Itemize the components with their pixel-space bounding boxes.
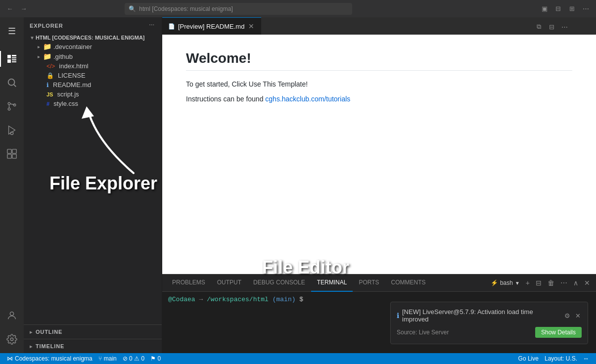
source-control-icon <box>6 101 17 112</box>
readme-label: README.md <box>53 81 91 89</box>
status-branch[interactable]: ⑂ main <box>95 353 120 364</box>
status-warnings[interactable]: ⚑ 0 <box>147 353 164 364</box>
sidebar-header: EXPLORER ⋯ <box>24 17 162 34</box>
explorer-icon <box>6 53 18 65</box>
toggle-sidebar-button[interactable]: ▣ <box>539 3 550 15</box>
license-icon: 🔒 <box>46 72 54 79</box>
timeline-label: TIMELINE <box>36 343 64 349</box>
extensions-icon <box>6 148 17 159</box>
run-debug-activity-icon[interactable] <box>0 118 24 142</box>
svg-point-11 <box>10 312 13 316</box>
index-html-label: index.html <box>59 62 88 70</box>
preview-panel: Welcome! To get started, Click Use This … <box>162 35 596 274</box>
tab-bar: 📄 [Preview] README.md ✕ ⧉ ⊟ ⋯ <box>162 17 596 35</box>
errors-label: ⊘ 0 ⚠ 0 <box>123 355 144 362</box>
problems-label: PROBLEMS <box>172 279 205 286</box>
more-editor-actions-button[interactable]: ⋯ <box>558 21 570 33</box>
tab-ports[interactable]: PORTS <box>353 274 385 292</box>
tab-close-button[interactable]: ✕ <box>247 22 255 30</box>
ports-label: PORTS <box>359 279 379 286</box>
split-editor-button[interactable]: ⧉ <box>533 21 545 33</box>
root-folder[interactable]: ▼ HTML [CODESPACES: MUSICAL ENIGMA] <box>24 34 162 42</box>
sidebar-item-license[interactable]: 🔒 LICENSE <box>24 71 162 80</box>
folder-icon: 📁 <box>43 43 51 50</box>
status-codespaces[interactable]: ⋈ Codespaces: musical enigma <box>4 353 95 364</box>
bash-icon: ⚡ <box>491 279 498 286</box>
close-terminal-button[interactable]: ✕ <box>582 278 592 288</box>
debug-console-label: DEBUG CONSOLE <box>253 279 305 286</box>
notification-close-button[interactable]: ✕ <box>574 311 582 320</box>
terminal-label: TERMINAL <box>317 279 347 286</box>
tab-debug-console[interactable]: DEBUG CONSOLE <box>247 274 311 292</box>
tab-comments[interactable]: COMMENTS <box>385 274 432 292</box>
extensions-activity-icon[interactable] <box>0 142 24 166</box>
svg-point-3 <box>8 108 10 110</box>
svg-rect-7 <box>7 149 11 153</box>
new-terminal-button[interactable]: + <box>524 278 532 288</box>
maximize-terminal-button[interactable]: ∧ <box>571 278 580 288</box>
back-button[interactable]: ← <box>4 3 16 15</box>
new-file-button[interactable]: ⋯ <box>148 21 156 30</box>
file-tree: ▼ HTML [CODESPACES: MUSICAL ENIGMA] ▸ 📁 … <box>24 34 162 324</box>
status-go-live[interactable]: Go Live <box>515 353 542 364</box>
source-control-activity-icon[interactable] <box>0 94 24 118</box>
search-icon <box>6 77 17 88</box>
folder-icon-github: 📁 <box>43 52 51 60</box>
terminal-user: @Codaea <box>168 296 195 303</box>
script-js-label: script.js <box>57 91 79 98</box>
forward-button[interactable]: → <box>18 3 30 15</box>
timeline-header[interactable]: ▸ TIMELINE <box>24 341 162 351</box>
tab-preview-readme[interactable]: 📄 [Preview] README.md ✕ <box>162 17 261 35</box>
tab-problems[interactable]: PROBLEMS <box>166 274 211 292</box>
outline-header[interactable]: ▸ OUTLINE <box>24 327 162 337</box>
account-activity-icon[interactable] <box>0 304 24 327</box>
css-icon: # <box>46 101 49 107</box>
sidebar-item-index-html[interactable]: </> index.html <box>24 61 162 71</box>
sidebar-item-devcontainer[interactable]: ▸ 📁 .devcontainer <box>24 42 162 51</box>
toggle-editor-layout-button[interactable]: ⊟ <box>546 21 557 33</box>
sidebar-item-script-js[interactable]: JS script.js <box>24 90 162 99</box>
menu-activity-icon[interactable]: ☰ <box>0 19 24 43</box>
tab-label: [Preview] README.md <box>178 23 244 30</box>
explorer-activity-icon[interactable] <box>0 47 24 71</box>
preview-heading: Welcome! <box>186 50 572 71</box>
svg-rect-10 <box>12 154 16 158</box>
svg-point-2 <box>8 102 10 105</box>
notification-settings-button[interactable]: ⚙ <box>563 311 571 320</box>
status-feedback[interactable]: ↔ <box>580 353 592 364</box>
more-terminal-button[interactable]: ⋯ <box>558 278 569 288</box>
sidebar-item-github[interactable]: ▸ 📁 .github <box>24 51 162 61</box>
svg-marker-5 <box>9 126 15 135</box>
status-layout[interactable]: Layout: U.S. <box>542 353 580 364</box>
tab-bar-actions: ⧉ ⊟ ⋯ <box>531 19 572 35</box>
toggle-layout-button[interactable]: ⊟ <box>552 3 564 15</box>
preview-link[interactable]: cghs.hackclub.com/tutorials <box>265 95 350 103</box>
search-activity-icon[interactable] <box>0 71 24 94</box>
toggle-panel-button[interactable]: ⊞ <box>566 3 578 15</box>
tab-output[interactable]: OUTPUT <box>211 274 247 292</box>
devcontainer-label: .devcontainer <box>53 43 92 50</box>
more-button[interactable]: ⋯ <box>580 3 592 15</box>
preview-paragraph2: Instructions can be found cghs.hackclub.… <box>186 93 572 104</box>
kill-terminal-button[interactable]: 🗑 <box>546 278 556 288</box>
terminal-arrow: → <box>199 296 207 303</box>
settings-icon <box>6 334 17 345</box>
remote-icon: ⋈ <box>7 355 13 362</box>
branch-icon: ⑂ <box>98 355 102 362</box>
title-search-bar[interactable]: 🔍 html [Codespaces: musical enigma] <box>125 3 352 15</box>
sidebar-item-style-css[interactable]: # style.css <box>24 99 162 108</box>
show-details-button[interactable]: Show Details <box>535 327 582 338</box>
notification-popup: ℹ [NEW] LiveServer@5.7.9: Activation loa… <box>390 302 588 344</box>
tab-terminal[interactable]: TERMINAL <box>311 274 353 292</box>
svg-rect-8 <box>12 149 16 153</box>
sidebar-item-readme[interactable]: ℹ README.md <box>24 80 162 90</box>
devcontainer-chevron: ▸ <box>38 44 40 49</box>
settings-activity-icon[interactable] <box>0 327 24 351</box>
status-errors[interactable]: ⊘ 0 ⚠ 0 <box>120 353 147 364</box>
sidebar-title: EXPLORER <box>30 23 63 29</box>
feedback-icon: ↔ <box>583 355 589 362</box>
html-icon: </> <box>46 63 55 70</box>
outline-section: ▸ OUTLINE <box>24 324 162 339</box>
split-terminal-button[interactable]: ⊟ <box>534 278 544 288</box>
notification-header: ℹ [NEW] LiveServer@5.7.9: Activation loa… <box>397 308 582 323</box>
